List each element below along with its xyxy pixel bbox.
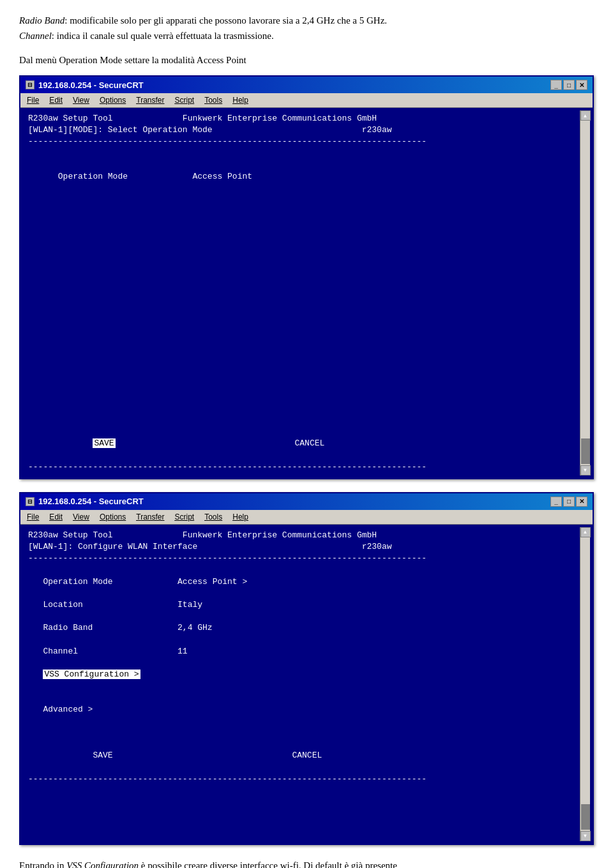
terminal-separator-bottom-1: ----------------------------------------… (28, 462, 427, 472)
terminal-area-2: R230aw Setup Tool Funkwerk Enterprise Co… (20, 525, 593, 844)
securecrt-window-2: ⊟ 192.168.0.254 - SecureCRT _ □ ✕ File E… (19, 492, 594, 845)
window-icon-1: ⊟ (26, 80, 34, 89)
terminal-separator-bottom-2: ----------------------------------------… (28, 774, 427, 784)
terminal-content-2: R230aw Setup Tool Funkwerk Enterprise Co… (23, 527, 580, 841)
menu-script-2[interactable]: Script (171, 511, 199, 523)
channel-label: Channel (19, 31, 52, 41)
footer-line1-start: Entrando in (19, 860, 66, 868)
terminal-area-1: R230aw Setup Tool Funkwerk Enterprise Co… (20, 108, 593, 478)
scrollbar-1: ▲ ▼ (580, 110, 590, 475)
footer-line1-em: VSS Configuration (66, 860, 139, 868)
scroll-down-2[interactable]: ▼ (580, 831, 591, 841)
menu-tools-2[interactable]: Tools (201, 511, 226, 523)
intro-paragraph: Radio Band: modificabile solo per gli ap… (19, 13, 594, 43)
scroll-track-1 (580, 121, 590, 465)
menu-tools-1[interactable]: Tools (201, 94, 226, 106)
scroll-thumb-1 (581, 438, 590, 464)
window-controls-1: _ □ ✕ (550, 80, 587, 90)
menu-script-1[interactable]: Script (171, 94, 199, 106)
menu-file-2[interactable]: File (23, 511, 43, 523)
restore-button-2[interactable]: □ (563, 497, 575, 507)
menu-file-1[interactable]: File (23, 94, 43, 106)
menu-edit-2[interactable]: Edit (45, 511, 66, 523)
menu-help-2[interactable]: Help (229, 511, 252, 523)
close-button-1[interactable]: ✕ (576, 80, 587, 90)
menu-transfer-1[interactable]: Transfer (132, 94, 168, 106)
scrollbar-2: ▲ ▼ (580, 527, 590, 841)
scroll-down-1[interactable]: ▼ (580, 465, 591, 475)
menu-bar-2: File Edit View Options Transfer Script T… (20, 510, 593, 525)
securecrt-window-1: ⊟ 192.168.0.254 - SecureCRT _ □ ✕ File E… (19, 75, 594, 479)
menu-view-1[interactable]: View (69, 94, 93, 106)
terminal-save-line-2: SAVE CANCEL (28, 751, 322, 760)
radio-band-text: : modificabile solo per gli apparati che… (64, 15, 387, 26)
save-button-terminal-1[interactable]: SAVE (93, 438, 115, 448)
scroll-up-2[interactable]: ▲ (580, 527, 591, 537)
title-bar-2: ⊟ 192.168.0.254 - SecureCRT _ □ ✕ (20, 493, 593, 510)
terminal-header-2: R230aw Setup Tool Funkwerk Enterprise Co… (28, 530, 427, 714)
terminal-header-line1-1: R230aw Setup Tool Funkwerk Enterprise Co… (28, 114, 427, 181)
title-bar-left-2: ⊟ 192.168.0.254 - SecureCRT (26, 497, 144, 506)
terminal-save-line-1: SAVE CANCEL (28, 438, 324, 448)
menu-view-2[interactable]: View (69, 511, 93, 523)
window-title-1: 192.168.0.254 - SecureCRT (38, 80, 144, 90)
vss-config-button[interactable]: VSS Configuration > (43, 670, 140, 679)
channel-text: : indica il canale sul quale verrà effet… (52, 31, 274, 41)
close-button-2[interactable]: ✕ (576, 497, 587, 507)
scroll-track-2 (580, 537, 590, 831)
menu-options-2[interactable]: Options (96, 511, 130, 523)
menu-options-1[interactable]: Options (96, 94, 130, 106)
footer-line1-rest: è possibile creare diverse interfacce wi… (139, 860, 397, 868)
section-label: Dal menù Operation Mode settare la modal… (19, 52, 594, 68)
window-icon-2: ⊟ (26, 497, 34, 506)
window-title-2: 192.168.0.254 - SecureCRT (38, 497, 144, 506)
terminal-content-1: R230aw Setup Tool Funkwerk Enterprise Co… (23, 110, 580, 475)
menu-bar-1: File Edit View Options Transfer Script T… (20, 93, 593, 108)
minimize-button-1[interactable]: _ (550, 80, 562, 90)
scroll-thumb-2 (581, 804, 590, 830)
title-bar-1: ⊟ 192.168.0.254 - SecureCRT _ □ ✕ (20, 77, 593, 93)
menu-edit-1[interactable]: Edit (45, 94, 66, 106)
title-bar-left-1: ⊟ 192.168.0.254 - SecureCRT (26, 80, 144, 90)
radio-band-label: Radio Band (19, 15, 64, 26)
footer-text: Entrando in VSS Configuration è possibil… (19, 858, 594, 868)
menu-transfer-2[interactable]: Transfer (132, 511, 168, 523)
scroll-up-1[interactable]: ▲ (580, 110, 591, 121)
restore-button-1[interactable]: □ (563, 80, 575, 90)
menu-help-1[interactable]: Help (229, 94, 252, 106)
minimize-button-2[interactable]: _ (550, 497, 562, 507)
window-controls-2: _ □ ✕ (550, 497, 587, 507)
